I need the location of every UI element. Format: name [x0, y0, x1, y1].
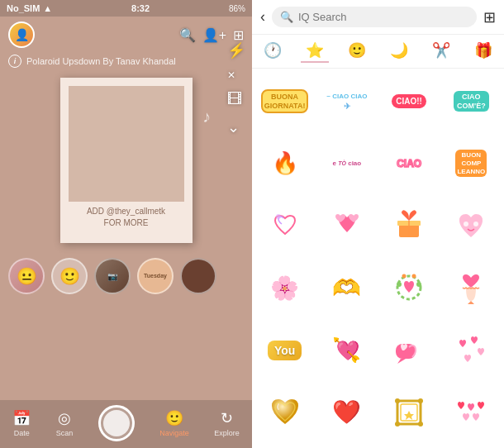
- sticker-heart-arrow[interactable]: 💘: [317, 321, 376, 379]
- bottom-capture[interactable]: [98, 405, 135, 441]
- gold-heart-big-svg: [267, 394, 303, 431]
- sticker-heart-ice[interactable]: [442, 259, 501, 317]
- tab-gift[interactable]: 🎁: [469, 40, 497, 63]
- explore-icon: ↻: [221, 409, 233, 427]
- bottom-date[interactable]: 📅 Date: [12, 409, 31, 437]
- sticker-ciao-teal-text: CIAOCOM'È?: [454, 91, 489, 112]
- svg-point-15: [395, 398, 400, 403]
- sticker-extra[interactable]: 💕: [442, 446, 501, 449]
- heart-spiral-svg: [267, 207, 303, 244]
- filter-photo[interactable]: 📷: [94, 258, 131, 294]
- sticker-compleanno-text: BUONCOMPLEANNO: [455, 150, 487, 177]
- tab-emoji[interactable]: 🙂: [343, 40, 371, 63]
- search-bar: ‹ 🔍 ⊞: [252, 0, 504, 35]
- sticker-gift-box[interactable]: BUONCOMPLEANNO: [442, 134, 501, 193]
- svg-point-9: [402, 274, 407, 279]
- polaroid-line2: FOR MORE: [69, 217, 184, 229]
- navigate-label: Navigate: [159, 429, 189, 437]
- polaroid-line1: ADD @they_callmetk: [69, 206, 184, 217]
- heart-speech-svg: [391, 332, 427, 369]
- back-arrow-icon[interactable]: ‹: [260, 8, 265, 26]
- top-bar: 👤 🔍 👤+ ⊞: [0, 17, 252, 53]
- add-friend-icon[interactable]: 👤+: [202, 27, 226, 43]
- bottom-scan[interactable]: ◎ Scan: [56, 409, 74, 437]
- sticker-buona[interactable]: BUONAGIORNATA!: [255, 72, 314, 131]
- sticker-hearts-pink[interactable]: [317, 197, 376, 255]
- sticker-heart-gift[interactable]: [380, 197, 439, 255]
- sticker-fire[interactable]: 🔥: [255, 134, 314, 193]
- tab-moon[interactable]: 🌙: [385, 40, 413, 63]
- tab-scissors[interactable]: ✂️: [427, 40, 455, 63]
- hearts-scatter-svg: [453, 332, 489, 369]
- sticker-heart-speech[interactable]: [380, 321, 439, 379]
- tab-starred[interactable]: ⭐: [301, 40, 329, 63]
- filter-brown[interactable]: [180, 258, 216, 294]
- sticker-gold-frame[interactable]: [380, 383, 439, 441]
- filter-tuesday[interactable]: Tuesday: [137, 258, 174, 294]
- sticker-ciao-teal[interactable]: CIAOCOM'È?: [442, 72, 501, 131]
- svg-point-10: [412, 274, 416, 279]
- sticker-heart-spiral[interactable]: [255, 197, 314, 255]
- filter-tuesday-label: Tuesday: [144, 273, 167, 279]
- search-input[interactable]: [298, 11, 468, 23]
- svg-point-17: [395, 422, 400, 427]
- wreath-heart-svg: [391, 269, 427, 306]
- heart-ice-svg: [453, 269, 489, 306]
- filter-name: Polaroid Upsdown By Tanav Khandal: [26, 56, 176, 66]
- status-right: 86%: [229, 4, 245, 13]
- scan-label: Scan: [56, 429, 74, 437]
- sticker-wreath-heart[interactable]: [380, 259, 439, 317]
- sticker-buona-text: BUONAGIORNATA!: [261, 89, 309, 114]
- filter-face[interactable]: 😐: [8, 258, 45, 294]
- sticker-ciao-ciao[interactable]: ~ CIAO CIAO ✈: [317, 72, 376, 131]
- search-icon[interactable]: 🔍: [179, 27, 196, 43]
- tab-recent[interactable]: 🕐: [259, 40, 287, 63]
- sticker-lightning-hearts[interactable]: [380, 446, 439, 449]
- sticker-heart-hands[interactable]: 🫶: [317, 259, 376, 317]
- sticker-hearts-cute[interactable]: [442, 197, 501, 255]
- sticker-ciao-red[interactable]: CIAO!!: [380, 72, 439, 131]
- sticker-hearts-scatter[interactable]: [442, 321, 501, 379]
- sticker-pink-hearts-pair[interactable]: [255, 446, 314, 449]
- battery-text: 86%: [229, 4, 245, 13]
- capture-button[interactable]: [98, 405, 135, 441]
- sticker-etociao[interactable]: e TÒ ciao: [317, 134, 376, 193]
- sticker-heart-small[interactable]: ❤️: [317, 383, 376, 441]
- polaroid-frame: ADD @they_callmetk FOR MORE: [60, 78, 193, 243]
- sticker-heart-sunglasses[interactable]: [317, 446, 376, 449]
- sticker-you-gold[interactable]: You: [255, 321, 314, 379]
- sticker-you-text: You: [268, 341, 302, 360]
- navigate-icon: 🙂: [165, 409, 183, 427]
- svg-point-8: [416, 282, 421, 287]
- bottom-bar: 📅 Date ◎ Scan 🙂 Navigate ↻ Explore: [0, 400, 252, 448]
- search-glass-icon: 🔍: [280, 11, 293, 23]
- flash-icon[interactable]: ⚡: [227, 41, 245, 60]
- svg-point-16: [418, 398, 423, 403]
- info-bar: i Polaroid Upsdown By Tanav Khandal: [0, 53, 252, 69]
- sticker-hearts-row[interactable]: [442, 383, 501, 441]
- svg-point-4: [464, 222, 468, 226]
- bottom-navigate[interactable]: 🙂 Navigate: [159, 409, 189, 437]
- polaroid-container: ADD @they_callmetk FOR MORE: [0, 78, 252, 243]
- filter-emoji[interactable]: 🙂: [51, 258, 88, 294]
- avatar[interactable]: 👤: [8, 21, 35, 48]
- wifi-icon: ▲: [43, 3, 52, 13]
- sticker-ciao-red-text: CIAO!!: [392, 94, 426, 108]
- svg-point-0: [276, 214, 281, 219]
- right-panel: ‹ 🔍 ⊞ 🕐 ⭐ 🙂 🌙 ✂️ 🎁 BUONAGIORNATA! ~ CIAO…: [252, 0, 504, 448]
- svg-point-7: [397, 282, 402, 287]
- info-icon: i: [8, 55, 21, 68]
- gold-frame-svg: [391, 394, 427, 431]
- sticker-ciao-outline[interactable]: CIAO: [380, 134, 439, 193]
- bottom-explore[interactable]: ↻ Explore: [214, 409, 240, 437]
- sticker-flower[interactable]: 🌸: [255, 259, 314, 317]
- left-panel: No_SIM ▲ 8:32 86% 👤 🔍 👤+ ⊞ i Polaroid Up…: [0, 0, 252, 448]
- carrier-text: No_SIM: [7, 3, 40, 13]
- grid-icon[interactable]: ⊞: [233, 27, 244, 43]
- stickers-grid: BUONAGIORNATA! ~ CIAO CIAO ✈ CIAO!! CIAO…: [252, 69, 504, 448]
- sticker-etociao-text: e TÒ ciao: [333, 160, 362, 167]
- sticker-gold-heart-big[interactable]: [255, 383, 314, 441]
- sticker-library-icon[interactable]: ⊞: [483, 8, 496, 26]
- scan-icon: ◎: [58, 409, 71, 427]
- sticker-ciao-outline-text: CIAO: [397, 158, 421, 169]
